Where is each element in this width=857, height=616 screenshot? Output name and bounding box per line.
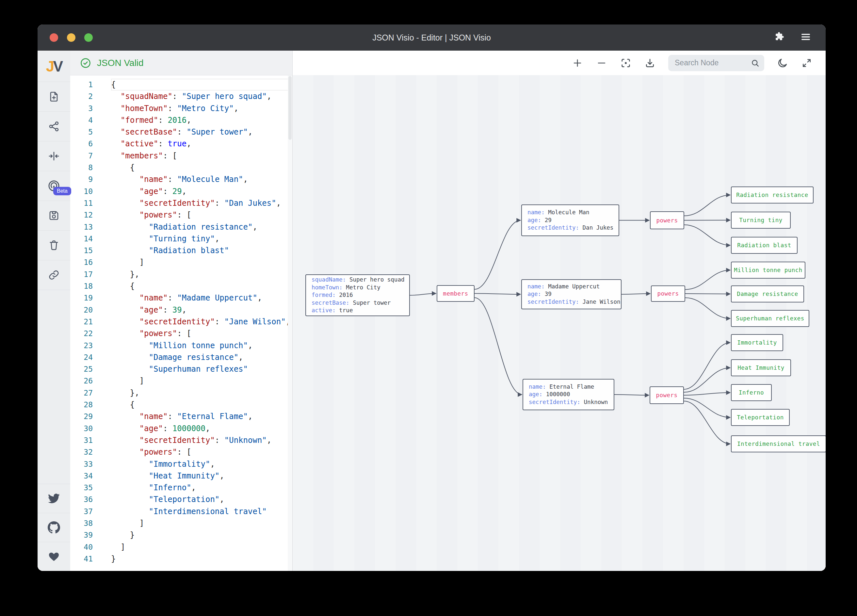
graph-node-l2[interactable]: Turning tiny — [731, 212, 791, 229]
dark-mode-toggle[interactable] — [777, 57, 788, 69]
close-window-button[interactable] — [50, 33, 58, 42]
share-button[interactable] — [37, 112, 70, 141]
code-line[interactable]: } — [111, 553, 292, 565]
graph-node-l9[interactable]: Inferno — [731, 384, 772, 401]
code-line[interactable]: } — [111, 529, 292, 541]
code-line[interactable]: "members": [ — [111, 150, 292, 162]
graph-node-l1[interactable]: Radiation resistance — [731, 186, 814, 203]
menu-hamburger-icon[interactable] — [800, 31, 811, 44]
code-line[interactable]: "Turning tiny", — [111, 233, 292, 245]
code-line[interactable]: { — [111, 399, 292, 410]
minimize-window-button[interactable] — [67, 33, 76, 42]
code-line[interactable]: "name": "Eternal Flame", — [111, 410, 292, 422]
editor-scrollbar-thumb[interactable] — [288, 76, 292, 140]
graph-node-m2[interactable]: name: Madame Uppercutage: 39secretIdenti… — [521, 279, 622, 309]
code-line[interactable]: "name": "Molecule Man", — [111, 173, 292, 185]
code-line[interactable]: "homeTown": "Metro City", — [111, 102, 292, 114]
share-link-button[interactable] — [37, 260, 70, 290]
node-label: Million tonne punch — [734, 267, 803, 273]
delete-button[interactable] — [37, 231, 70, 260]
graph-node-m3[interactable]: name: Eternal Flameage: 1000000secretIde… — [523, 379, 614, 410]
code-line[interactable]: "name": "Madame Uppercut", — [111, 292, 292, 304]
graph-node-l4[interactable]: Million tonne punch — [731, 262, 805, 279]
live-transform-button[interactable]: Beta — [37, 171, 70, 201]
code-line[interactable]: "age": 39, — [111, 304, 292, 316]
line-number: 25 — [70, 363, 93, 375]
code-line[interactable]: "active": true, — [111, 138, 292, 150]
code-line[interactable]: }, — [111, 387, 292, 399]
code-line[interactable]: "secretIdentity": "Jane Wilson", — [111, 316, 292, 328]
line-number: 31 — [70, 434, 93, 446]
download-button[interactable] — [644, 57, 656, 69]
code-line[interactable]: "Teleportation", — [111, 494, 292, 505]
graph-node-root[interactable]: squadName: Super hero squadhomeTown: Met… — [305, 274, 410, 316]
minus-icon — [596, 58, 607, 68]
graph-node-l7[interactable]: Immortality — [731, 334, 783, 351]
graph-node-m1[interactable]: name: Molecule Manage: 29secretIdentity:… — [521, 204, 619, 236]
code-lines[interactable]: {"squadName": "Super hero squad","homeTo… — [111, 79, 292, 571]
code-line[interactable]: "powers": [ — [111, 446, 292, 458]
search-icon[interactable] — [750, 59, 760, 68]
app-logo[interactable]: JV — [37, 51, 70, 82]
code-line[interactable]: "Radiation resistance", — [111, 221, 292, 233]
maximize-window-button[interactable] — [84, 33, 93, 42]
center-focus-button[interactable] — [620, 57, 632, 69]
search-node-input[interactable] — [674, 58, 750, 68]
code-line[interactable]: "age": 29, — [111, 186, 292, 197]
code-line[interactable]: "secretIdentity": "Dan Jukes", — [111, 197, 292, 209]
graph-node-l10[interactable]: Teleportation — [731, 409, 790, 426]
code-editor[interactable]: 1234567891011121314151617181920212223242… — [70, 76, 292, 571]
code-line[interactable]: ] — [111, 375, 292, 387]
graph-node-p1[interactable]: powers — [650, 211, 684, 229]
code-line[interactable]: ] — [111, 256, 292, 268]
node-label: Inferno — [739, 389, 764, 396]
code-line[interactable]: }, — [111, 268, 292, 280]
code-line[interactable]: { — [111, 280, 292, 292]
graph-node-p2[interactable]: powers — [651, 285, 685, 302]
code-line[interactable]: "Damage resistance", — [111, 351, 292, 363]
graph-edge — [684, 368, 730, 392]
code-line[interactable]: ] — [111, 541, 292, 553]
code-line[interactable]: "secretBase": "Super tower", — [111, 126, 292, 138]
code-line[interactable]: "powers": [ — [111, 209, 292, 221]
code-line[interactable]: "formed": 2016, — [111, 114, 292, 126]
graph-node-l3[interactable]: Radiation blast — [731, 237, 798, 254]
code-line[interactable]: "Million tonne punch", — [111, 340, 292, 351]
zoom-in-button[interactable] — [572, 57, 583, 69]
save-button[interactable] — [37, 201, 70, 231]
code-line[interactable]: { — [111, 79, 292, 90]
code-line[interactable]: "Inferno", — [111, 482, 292, 494]
code-line[interactable]: "powers": [ — [111, 328, 292, 339]
fullscreen-button[interactable] — [801, 57, 812, 69]
code-line[interactable]: "age": 1000000, — [111, 423, 292, 434]
code-line[interactable]: "Superhuman reflexes" — [111, 363, 292, 375]
graph-node-members[interactable]: members — [437, 285, 475, 302]
code-line[interactable]: "secretIdentity": "Unknown", — [111, 434, 292, 446]
search-node-box[interactable] — [668, 55, 764, 71]
graph-node-p3[interactable]: powers — [650, 386, 684, 404]
new-document-button[interactable] — [37, 82, 70, 112]
code-line[interactable]: "Radiation blast" — [111, 245, 292, 256]
graph-canvas[interactable]: squadName: Super hero squadhomeTown: Met… — [292, 75, 826, 571]
line-number: 32 — [70, 446, 93, 458]
editor-scrollbar[interactable] — [288, 76, 292, 571]
code-line[interactable]: ] — [111, 517, 292, 529]
code-line[interactable]: { — [111, 162, 292, 173]
node-row: formed: 2016 — [312, 291, 404, 299]
graph-node-l6[interactable]: Superhuman reflexes — [731, 310, 809, 327]
twitter-link[interactable] — [37, 484, 70, 513]
graph-node-l5[interactable]: Damage resistance — [731, 285, 804, 302]
center-view-button[interactable] — [37, 141, 70, 171]
graph-node-l11[interactable]: Interdimensional travel — [731, 435, 826, 452]
code-line[interactable]: "squadName": "Super hero squad", — [111, 90, 292, 102]
line-number: 8 — [70, 162, 93, 173]
code-line[interactable]: "Immortality", — [111, 458, 292, 470]
github-link[interactable] — [37, 513, 70, 542]
sponsor-link[interactable] — [37, 542, 70, 571]
beta-badge: Beta — [53, 187, 71, 195]
code-line[interactable]: "Heat Immunity", — [111, 470, 292, 482]
code-line[interactable]: "Interdimensional travel" — [111, 506, 292, 517]
zoom-out-button[interactable] — [596, 57, 608, 69]
graph-node-l8[interactable]: Heat Immunity — [731, 359, 791, 376]
extensions-puzzle-icon[interactable] — [773, 31, 784, 44]
